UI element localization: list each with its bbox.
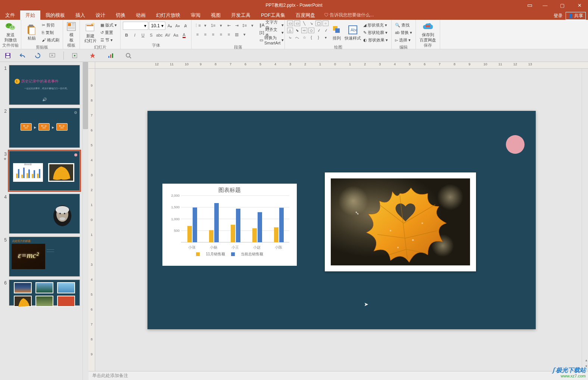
tell-me-input[interactable]: ♡ 告诉我您想要做什么... <box>324 12 374 18</box>
tab-review[interactable]: 审阅 <box>186 10 206 20</box>
slide-canvas[interactable]: 图表标题 5001,0001,5002,000小张小杨小王小赵小陈 11月销售额… <box>147 111 536 329</box>
template-button[interactable]: 模 板 <box>65 21 77 43</box>
tab-devtools[interactable]: 开发工具 <box>226 10 256 20</box>
shrink-font-button[interactable]: A▾ <box>174 22 181 29</box>
grow-font-button[interactable]: A▴ <box>166 22 173 29</box>
thumbnail-slide-3[interactable]: 图表标题 <box>9 151 80 191</box>
thumbnail-slide-1[interactable]: 历史记录中的著名事件 一起记住的事件，经历不懈地口口一切不间。 🔊 <box>9 65 80 105</box>
pink-circle-shape[interactable] <box>506 135 525 154</box>
numbering-button[interactable]: 1≡ <box>209 22 217 29</box>
spacing-button[interactable]: AV <box>164 31 171 39</box>
tab-animation[interactable]: 动画 <box>131 10 151 20</box>
arrange-button[interactable]: 排列 <box>330 21 343 44</box>
chevron-down-icon[interactable]: ▾ <box>249 22 256 29</box>
redo-button[interactable] <box>34 52 42 60</box>
line-spacing-button[interactable]: ‡≡ <box>241 22 248 29</box>
arrange-icon <box>331 24 343 36</box>
bold-button[interactable]: B <box>123 31 130 39</box>
shapes-gallery[interactable]: ▭▭╲↘▢○ △⬊⇨◇𝓁𝓁 ⤿へ☆{}▾ <box>287 21 329 44</box>
underline-button[interactable]: U <box>139 31 147 39</box>
group-label: 幻灯片 <box>82 44 118 51</box>
svg-rect-71 <box>252 228 257 242</box>
notes-pane[interactable]: 单击此处添加备注 <box>88 371 588 380</box>
indent-inc-button[interactable]: ⇥ <box>233 22 240 29</box>
baidu-cloud-icon <box>422 21 434 32</box>
reset-button[interactable]: ↺重置 <box>99 29 118 36</box>
photo-object[interactable]: ⤡ <box>325 172 476 271</box>
find-button[interactable]: 🔍查找 <box>394 21 413 29</box>
tab-home[interactable]: 开始 <box>20 10 40 20</box>
thumbnail-slide-2[interactable]: ⚙ 第一步:ooo ▶ 第二步:ooo ▶ 第三步:ooo <box>9 108 80 148</box>
chevron-down-icon[interactable]: ▾ <box>241 31 248 38</box>
align-right-button[interactable]: ≡ <box>209 31 217 38</box>
tab-view[interactable]: 视图 <box>206 10 226 20</box>
thumbnail-slide-4[interactable] <box>9 194 80 234</box>
smartart-button[interactable]: ▭转换为 SmartArt ▾ <box>258 36 285 44</box>
tab-file[interactable]: 文件 <box>0 10 20 20</box>
thumbnail-slide-6[interactable] <box>9 280 80 306</box>
tab-insert[interactable]: 插入 <box>70 10 90 20</box>
undo-button[interactable] <box>19 52 27 60</box>
font-color-button[interactable]: A <box>180 31 188 39</box>
shape-effects-button[interactable]: ◐形状效果 ▾ <box>362 36 389 44</box>
tab-design[interactable]: 设计 <box>90 10 111 20</box>
format-painter-button[interactable]: 🖌格式刷 <box>41 36 60 44</box>
tab-pdf[interactable]: PDF工具集 <box>256 10 290 20</box>
share-button[interactable]: 👤共享 <box>566 12 586 20</box>
pink-dot <box>74 153 77 156</box>
thumbs-scrollbar[interactable] <box>83 62 88 380</box>
align-center-button[interactable]: ≡ <box>202 31 209 38</box>
cut-button[interactable]: ✂剪切 <box>41 21 60 29</box>
search-icon: 🔍 <box>395 23 400 28</box>
chart-button[interactable] <box>106 52 115 60</box>
strike-button[interactable]: S <box>147 31 155 39</box>
chevron-down-icon[interactable]: ▾ <box>217 22 225 29</box>
clear-format-button[interactable]: A̷ <box>182 22 189 29</box>
tab-transition[interactable]: 切换 <box>111 10 131 20</box>
play-from-start-button[interactable] <box>49 52 57 60</box>
layout-button[interactable]: ▦版式 ▾ <box>99 21 118 29</box>
slide-scrollbar-v[interactable]: ▴ ▾ <box>582 69 588 371</box>
bullets-button[interactable]: ⋮≡ <box>194 22 201 29</box>
distribute-button[interactable]: ≡ <box>225 31 233 38</box>
ribbon-options-icon[interactable]: ▭ <box>523 0 536 10</box>
chart-object[interactable]: 图表标题 5001,0001,5002,000小张小杨小王小赵小陈 11月销售额… <box>162 184 297 266</box>
select-button[interactable]: ▻选择 ▾ <box>394 36 413 44</box>
case-button[interactable]: Aa <box>172 31 180 39</box>
font-name-combo[interactable]: ▾ <box>123 22 148 30</box>
slide-workspace[interactable]: 图表标题 5001,0001,5002,000小张小杨小王小赵小陈 11月销售额… <box>95 69 588 371</box>
indent-dec-button[interactable]: ⇤ <box>225 22 233 29</box>
shape-fill-button[interactable]: ◢形状填充 ▾ <box>362 21 389 29</box>
thumbnail-slide-5[interactable]: 此处照片的标题 ε=mc² ———————— <box>9 237 80 277</box>
font-size-combo[interactable]: 10.1▾ <box>149 22 165 30</box>
align-left-button[interactable]: ≡ <box>194 31 201 38</box>
svg-rect-72 <box>258 212 262 242</box>
login-button[interactable]: 登录 <box>554 13 563 19</box>
quick-style-button[interactable]: Abc 快速样式 <box>344 21 361 44</box>
italic-button[interactable]: I <box>131 31 139 39</box>
minimize-icon[interactable]: — <box>536 0 554 10</box>
shape-outline-button[interactable]: ✎形状轮廓 ▾ <box>362 29 389 36</box>
send-to-wechat-button[interactable]: 发送 到微信 <box>2 21 19 43</box>
touch-mode-button[interactable] <box>71 52 79 60</box>
save-baidu-button[interactable]: 保存到 百度网盘 <box>418 21 438 43</box>
tab-slideshow[interactable]: 幻灯片放映 <box>151 10 186 20</box>
animate-button[interactable] <box>88 52 97 60</box>
paste-button[interactable]: 粘贴 <box>24 21 40 44</box>
section-button[interactable]: ☰节 ▾ <box>99 36 118 44</box>
shadow-button[interactable]: abc <box>156 31 163 39</box>
chevron-down-icon[interactable]: ▾ <box>202 22 209 29</box>
maximize-icon[interactable]: ▢ <box>554 0 571 10</box>
justify-button[interactable]: ≡ <box>217 31 225 38</box>
copy-button[interactable]: ⎘复制 <box>41 29 60 36</box>
ribbon-group-file-transfer: 发送 到微信 文件传输 <box>0 20 21 49</box>
svg-rect-8 <box>29 27 35 35</box>
close-icon[interactable]: ✕ <box>571 0 588 10</box>
save-button[interactable] <box>4 52 12 60</box>
zoom-button[interactable] <box>124 52 133 60</box>
columns-button[interactable]: ▥ <box>233 31 240 38</box>
tab-baidu[interactable]: 百度网盘 <box>290 10 320 20</box>
new-slide-button[interactable]: 新建 幻灯片 <box>82 21 99 44</box>
replace-button[interactable]: ab替换 ▾ <box>394 29 413 36</box>
tab-my-template[interactable]: 我的模板 <box>40 10 70 20</box>
